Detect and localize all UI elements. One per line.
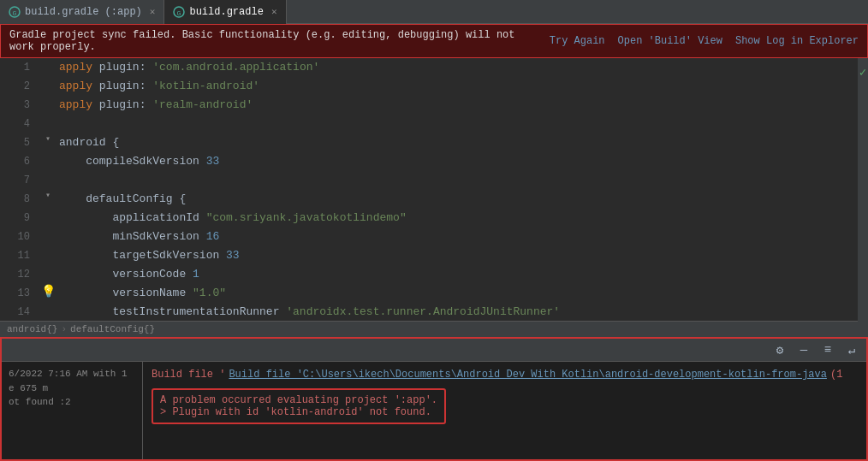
gradle-icon-2: G — [173, 6, 185, 18]
code-line-2: 2 apply plugin: 'kotlin-android' — [0, 77, 858, 96]
line-num-10: 10 — [0, 228, 39, 246]
code-line-10: 10 minSdkVersion 16 — [0, 228, 858, 246]
line-num-4: 4 — [0, 115, 39, 133]
code-line-1: 1 apply plugin: 'com.android.application… — [0, 58, 858, 77]
line-num-11: 11 — [0, 246, 39, 265]
error-banner-actions: Try Again Open 'Build' View Show Log in … — [550, 35, 859, 47]
error-banner: Gradle project sync failed. Basic functi… — [0, 24, 868, 58]
code-line-8: 8 ▾ defaultConfig { — [0, 190, 858, 209]
line-content-3[interactable]: apply plugin: 'realm-android' — [57, 96, 858, 115]
line-content-12[interactable]: versionCode 1 — [57, 265, 858, 284]
line-content-11[interactable]: targetSdkVersion 33 — [57, 246, 858, 265]
right-scrollbar[interactable]: ✓ — [858, 58, 868, 337]
fold-icon-8[interactable]: ▾ — [45, 190, 51, 200]
tab-label-active: build.gradle — [189, 6, 263, 18]
error-msg-line2: > Plugin with id 'kotlin-android' not fo… — [160, 406, 437, 418]
line-num-5: 5 — [0, 133, 39, 152]
code-editor: 1 apply plugin: 'com.android.application… — [0, 58, 858, 337]
breadcrumb-part2[interactable]: defaultConfig{} — [70, 324, 155, 334]
timestamp-text: 6/2022 7:16 AM with 1 e 675 m — [9, 367, 135, 395]
code-line-11: 11 targetSdkVersion 33 — [0, 246, 858, 265]
gradle-icon: G — [9, 6, 21, 18]
not-found-label: ot found — [9, 397, 59, 407]
code-lines: 1 apply plugin: 'com.android.application… — [0, 58, 858, 321]
code-line-6: 6 compileSdkVersion 33 — [0, 152, 858, 171]
bulb-icon[interactable]: 💡 — [41, 284, 56, 298]
svg-text:G: G — [177, 9, 181, 17]
line-num-3: 3 — [0, 96, 39, 115]
build-file-label: Build file ' — [152, 367, 225, 383]
code-line-14: 14 testInstrumentationRunner 'androidx.t… — [0, 303, 858, 321]
line-num-13: 13 — [0, 284, 39, 303]
tab-label: build.gradle (:app) — [25, 6, 142, 18]
not-found-text: ot found :2 — [9, 397, 135, 407]
error-path-line: Build file 'Build file 'C:\Users\ikech\D… — [152, 367, 858, 383]
gutter-13[interactable]: 💡 — [39, 284, 57, 298]
line-num-7: 7 — [0, 171, 39, 190]
try-again-link[interactable]: Try Again — [550, 35, 605, 47]
line-num-12: 12 — [0, 265, 39, 284]
error-file-link[interactable]: Build file 'C:\Users\ikech\Documents\And… — [229, 367, 827, 383]
breadcrumb-bar: android{} › defaultConfig{} — [0, 321, 858, 337]
bottom-panel: ⚙ — ≡ ↵ 6/2022 7:16 AM with 1 e 675 m ot… — [0, 337, 868, 461]
line-num-9: 9 — [0, 209, 39, 228]
settings-icon-btn[interactable]: ⚙ — [770, 340, 789, 359]
error-suffix: (1 — [830, 367, 842, 383]
line-num-1: 1 — [0, 58, 39, 77]
line-num-14: 14 — [0, 303, 39, 321]
line-content-1[interactable]: apply plugin: 'com.android.application' — [57, 58, 858, 77]
panel-menu-btn[interactable]: ≡ — [818, 340, 837, 359]
tab-close-icon[interactable]: ✕ — [150, 6, 156, 17]
check-icon: ✓ — [859, 65, 866, 80]
code-line-4: 4 — [0, 115, 858, 133]
show-log-link[interactable]: Show Log in Explorer — [735, 35, 859, 47]
bottom-main: Build file 'Build file 'C:\Users\ikech\D… — [143, 362, 866, 459]
wrap-btn[interactable]: ↵ — [842, 340, 861, 359]
error-banner-text: Gradle project sync failed. Basic functi… — [9, 29, 541, 53]
line-num-8: 8 — [0, 190, 39, 209]
svg-text:G: G — [13, 9, 17, 17]
fold-icon-5[interactable]: ▾ — [45, 133, 51, 144]
gutter-5[interactable]: ▾ — [39, 133, 57, 144]
tab-close-active-icon[interactable]: ✕ — [271, 6, 277, 17]
error-message-box: A problem occurred evaluating project ':… — [152, 388, 446, 424]
bottom-left-info: 6/2022 7:16 AM with 1 e 675 m ot found :… — [2, 362, 143, 459]
line-content-2[interactable]: apply plugin: 'kotlin-android' — [57, 77, 858, 96]
not-found-count: :2 — [59, 397, 70, 407]
error-msg-line1: A problem occurred evaluating project ':… — [160, 394, 437, 406]
gutter-8[interactable]: ▾ — [39, 190, 57, 200]
code-line-9: 9 applicationId "com.sriyank.javatokotli… — [0, 209, 858, 228]
line-content-10[interactable]: minSdkVersion 16 — [57, 228, 858, 246]
line-num-2: 2 — [0, 77, 39, 96]
tab-build-gradle-app[interactable]: G build.gradle (:app) ✕ — [0, 0, 164, 24]
bottom-panel-toolbar: ⚙ — ≡ ↵ — [2, 339, 866, 362]
breadcrumb-part1[interactable]: android{} — [7, 324, 57, 334]
tab-bar: G build.gradle (:app) ✕ G build.gradle ✕ — [0, 0, 868, 24]
close-panel-btn[interactable]: — — [794, 340, 813, 359]
code-line-3: 3 apply plugin: 'realm-android' — [0, 96, 858, 115]
code-line-5: 5 ▾ android { — [0, 133, 858, 152]
tab-build-gradle[interactable]: G build.gradle ✕ — [164, 0, 286, 24]
code-line-7: 7 — [0, 171, 858, 190]
code-line-12: 12 versionCode 1 — [0, 265, 858, 284]
line-content-8[interactable]: defaultConfig { — [57, 190, 858, 209]
line-content-9[interactable]: applicationId "com.sriyank.javatokotlind… — [57, 209, 858, 228]
code-line-13: 13 💡 versionName "1.0" — [0, 284, 858, 303]
breadcrumb-separator: › — [61, 324, 67, 334]
line-content-13[interactable]: versionName "1.0" — [57, 284, 858, 303]
bottom-panel-content: 6/2022 7:16 AM with 1 e 675 m ot found :… — [2, 362, 866, 459]
line-num-6: 6 — [0, 152, 39, 171]
line-content-5[interactable]: android { — [57, 133, 858, 152]
editor-container: 1 apply plugin: 'com.android.application… — [0, 58, 868, 337]
open-build-link[interactable]: Open 'Build' View — [618, 35, 722, 47]
line-content-6[interactable]: compileSdkVersion 33 — [57, 152, 858, 171]
line-content-14[interactable]: testInstrumentationRunner 'androidx.test… — [57, 303, 858, 321]
